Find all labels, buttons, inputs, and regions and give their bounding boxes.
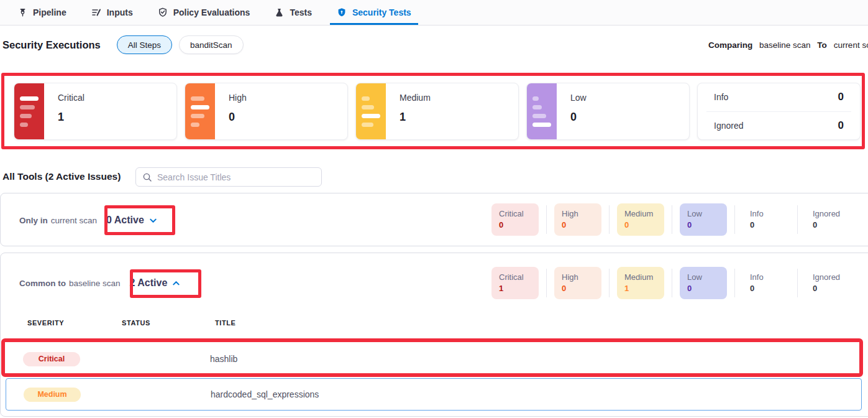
severity-summary-row: Critical 1 High 0 Medium 1 Low 0 Info 0	[14, 83, 861, 140]
divider	[672, 269, 672, 297]
severity-chip-row: Critical 1 High 0 Medium 1 Low 0 Info 0 …	[491, 267, 860, 299]
divider	[546, 205, 547, 234]
chip-info[interactable]: Info 0	[742, 203, 790, 236]
chip-low[interactable]: Low 0	[680, 203, 727, 236]
column-header-severity: SEVERITY	[27, 319, 64, 327]
chip-info[interactable]: Info 0	[742, 267, 790, 299]
security-tests-icon	[337, 7, 347, 17]
chip-medium[interactable]: Medium 0	[617, 203, 664, 236]
chip-label: Info	[750, 272, 782, 282]
card-label: Critical	[58, 93, 85, 103]
card-count: 0	[570, 111, 587, 124]
chip-ignored[interactable]: Ignored 0	[805, 203, 852, 236]
chip-label: Medium	[624, 209, 657, 218]
divider	[797, 269, 798, 297]
chip-label: Ignored	[813, 209, 845, 218]
chip-medium[interactable]: Medium 1	[617, 267, 664, 299]
medium-meter-icon	[356, 83, 386, 139]
chip-count: 0	[499, 220, 531, 230]
section-only-in-current-scan: Only in current scan 0 Active Critical 0…	[0, 193, 868, 246]
chevron-up-icon	[171, 279, 181, 288]
security-executions-header: Security Executions All Steps banditScan…	[0, 26, 868, 64]
active-count-dropdown[interactable]: 2 Active	[130, 277, 181, 289]
column-header-title: TITLE	[215, 319, 236, 327]
divider	[546, 269, 547, 297]
page-title: Security Executions	[2, 39, 101, 51]
chip-count: 0	[813, 284, 845, 293]
chip-label: Info	[750, 209, 782, 218]
tab-tests[interactable]: Tests	[273, 0, 314, 25]
chip-count: 1	[499, 284, 531, 293]
section-prefix: Only in	[19, 216, 48, 225]
summary-card-high[interactable]: High 0	[185, 83, 348, 140]
tab-pipeline[interactable]: Pipeline	[16, 0, 68, 25]
divider	[734, 269, 735, 297]
divider	[734, 205, 735, 234]
divider	[672, 205, 672, 234]
chip-ignored[interactable]: Ignored 0	[805, 267, 852, 299]
chip-count: 0	[624, 220, 657, 230]
critical-meter-icon	[14, 83, 44, 139]
chip-count: 0	[687, 220, 720, 230]
issue-row-hashlib[interactable]: Critical hashlib	[6, 343, 862, 374]
issue-row-hardcoded-sql-expressions[interactable]: Medium hardcoded_sql_expressions	[6, 378, 862, 411]
chip-high[interactable]: High 0	[554, 203, 601, 236]
card-label: High	[229, 93, 247, 103]
summary-card-critical[interactable]: Critical 1	[14, 83, 177, 140]
search-box[interactable]	[135, 167, 322, 187]
card-count: 0	[229, 111, 247, 124]
issues-table-header: SEVERITY STATUS TITLE	[1, 319, 868, 332]
card-label: Low	[570, 93, 587, 103]
chip-critical[interactable]: Critical 0	[491, 203, 539, 236]
security-tests-page: Pipeline Inputs Policy Evaluations Tests…	[0, 0, 868, 418]
card-label: Medium	[400, 93, 431, 103]
summary-card-medium[interactable]: Medium 1	[355, 83, 519, 140]
tests-icon	[275, 8, 284, 17]
chip-label: Medium	[624, 272, 657, 282]
low-meter-icon	[527, 83, 557, 139]
baseline-scan-label[interactable]: baseline scan	[759, 40, 811, 50]
chip-count: 0	[813, 220, 845, 230]
severity-badge: Medium	[24, 388, 81, 402]
card-count: 1	[400, 111, 431, 124]
search-input[interactable]	[157, 172, 315, 182]
chip-critical[interactable]: Critical 1	[491, 267, 539, 299]
step-filter-banditscan[interactable]: banditScan	[179, 35, 244, 54]
summary-card-info-ignored[interactable]: Info 0 Ignored 0	[697, 83, 861, 140]
active-count: 2 Active	[130, 277, 168, 289]
divider	[609, 269, 610, 297]
chip-low[interactable]: Low 0	[680, 267, 727, 299]
to-label: To	[817, 40, 827, 50]
comparing-info: Comparing baseline scan To current scan	[708, 40, 868, 50]
divider	[609, 205, 610, 234]
tab-label: Security Tests	[352, 7, 411, 17]
info-label: Info	[714, 92, 728, 102]
section-header: Common to baseline scan 2 Active	[19, 253, 181, 313]
chip-high[interactable]: High 0	[554, 267, 601, 299]
summary-card-low[interactable]: Low 0	[526, 83, 690, 140]
inputs-icon	[91, 7, 101, 17]
active-count-dropdown[interactable]: 0 Active	[106, 215, 158, 226]
tab-label: Pipeline	[33, 7, 66, 17]
chip-label: Low	[687, 209, 720, 218]
column-header-status: STATUS	[122, 319, 150, 327]
tab-policy-evaluations[interactable]: Policy Evaluations	[156, 0, 252, 25]
section-header: Only in current scan 0 Active	[19, 193, 158, 247]
tab-label: Inputs	[107, 7, 133, 17]
chip-label: Critical	[499, 209, 531, 218]
section-common-to-baseline-scan: Common to baseline scan 2 Active Critica…	[0, 253, 868, 417]
severity-badge: Critical	[23, 352, 80, 366]
policy-evaluations-icon	[158, 7, 168, 17]
high-meter-icon	[185, 83, 215, 139]
tab-label: Policy Evaluations	[173, 7, 250, 17]
current-scan-label[interactable]: current scan	[834, 40, 868, 50]
tab-inputs[interactable]: Inputs	[89, 0, 135, 25]
divider	[797, 205, 798, 234]
chip-label: Ignored	[813, 272, 845, 282]
step-filter-all-steps[interactable]: All Steps	[117, 35, 172, 54]
chip-label: Low	[687, 272, 720, 282]
chip-count: 0	[750, 284, 782, 293]
section-scan-label: baseline scan	[69, 279, 121, 288]
tab-security-tests[interactable]: Security Tests	[335, 0, 413, 25]
section-prefix: Common to	[19, 279, 66, 288]
